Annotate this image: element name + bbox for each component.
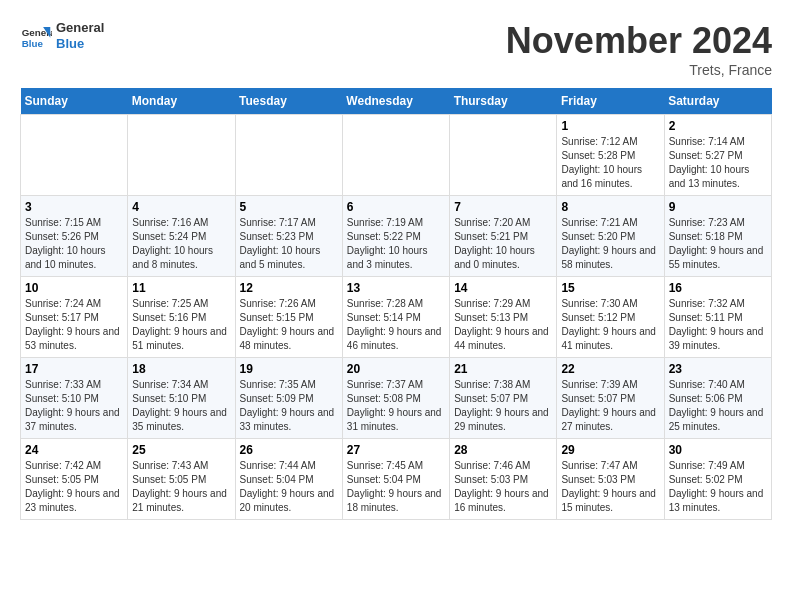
svg-text:Blue: Blue bbox=[22, 38, 44, 49]
day-info: Sunrise: 7:12 AM Sunset: 5:28 PM Dayligh… bbox=[561, 135, 659, 191]
calendar-cell: 22Sunrise: 7:39 AM Sunset: 5:07 PM Dayli… bbox=[557, 358, 664, 439]
day-info: Sunrise: 7:37 AM Sunset: 5:08 PM Dayligh… bbox=[347, 378, 445, 434]
logo-line1: General bbox=[56, 20, 104, 36]
weekday-header: Thursday bbox=[450, 88, 557, 115]
day-number: 9 bbox=[669, 200, 767, 214]
calendar-cell: 17Sunrise: 7:33 AM Sunset: 5:10 PM Dayli… bbox=[21, 358, 128, 439]
day-number: 8 bbox=[561, 200, 659, 214]
day-info: Sunrise: 7:14 AM Sunset: 5:27 PM Dayligh… bbox=[669, 135, 767, 191]
day-info: Sunrise: 7:23 AM Sunset: 5:18 PM Dayligh… bbox=[669, 216, 767, 272]
calendar-cell: 21Sunrise: 7:38 AM Sunset: 5:07 PM Dayli… bbox=[450, 358, 557, 439]
day-number: 15 bbox=[561, 281, 659, 295]
day-info: Sunrise: 7:34 AM Sunset: 5:10 PM Dayligh… bbox=[132, 378, 230, 434]
day-number: 1 bbox=[561, 119, 659, 133]
day-number: 26 bbox=[240, 443, 338, 457]
calendar-cell: 24Sunrise: 7:42 AM Sunset: 5:05 PM Dayli… bbox=[21, 439, 128, 520]
calendar-cell: 26Sunrise: 7:44 AM Sunset: 5:04 PM Dayli… bbox=[235, 439, 342, 520]
weekday-header: Tuesday bbox=[235, 88, 342, 115]
day-number: 5 bbox=[240, 200, 338, 214]
calendar-table: SundayMondayTuesdayWednesdayThursdayFrid… bbox=[20, 88, 772, 520]
calendar-cell: 20Sunrise: 7:37 AM Sunset: 5:08 PM Dayli… bbox=[342, 358, 449, 439]
logo: General Blue General Blue bbox=[20, 20, 104, 52]
calendar-cell bbox=[450, 115, 557, 196]
day-info: Sunrise: 7:39 AM Sunset: 5:07 PM Dayligh… bbox=[561, 378, 659, 434]
day-info: Sunrise: 7:28 AM Sunset: 5:14 PM Dayligh… bbox=[347, 297, 445, 353]
calendar-cell: 11Sunrise: 7:25 AM Sunset: 5:16 PM Dayli… bbox=[128, 277, 235, 358]
calendar-cell: 2Sunrise: 7:14 AM Sunset: 5:27 PM Daylig… bbox=[664, 115, 771, 196]
calendar-cell: 5Sunrise: 7:17 AM Sunset: 5:23 PM Daylig… bbox=[235, 196, 342, 277]
day-number: 22 bbox=[561, 362, 659, 376]
day-number: 20 bbox=[347, 362, 445, 376]
day-number: 2 bbox=[669, 119, 767, 133]
day-info: Sunrise: 7:15 AM Sunset: 5:26 PM Dayligh… bbox=[25, 216, 123, 272]
day-info: Sunrise: 7:38 AM Sunset: 5:07 PM Dayligh… bbox=[454, 378, 552, 434]
day-info: Sunrise: 7:44 AM Sunset: 5:04 PM Dayligh… bbox=[240, 459, 338, 515]
day-info: Sunrise: 7:26 AM Sunset: 5:15 PM Dayligh… bbox=[240, 297, 338, 353]
calendar-cell bbox=[342, 115, 449, 196]
weekday-header: Wednesday bbox=[342, 88, 449, 115]
day-number: 27 bbox=[347, 443, 445, 457]
location: Trets, France bbox=[506, 62, 772, 78]
day-info: Sunrise: 7:21 AM Sunset: 5:20 PM Dayligh… bbox=[561, 216, 659, 272]
day-info: Sunrise: 7:24 AM Sunset: 5:17 PM Dayligh… bbox=[25, 297, 123, 353]
calendar-cell: 7Sunrise: 7:20 AM Sunset: 5:21 PM Daylig… bbox=[450, 196, 557, 277]
day-info: Sunrise: 7:19 AM Sunset: 5:22 PM Dayligh… bbox=[347, 216, 445, 272]
calendar-cell bbox=[21, 115, 128, 196]
day-info: Sunrise: 7:16 AM Sunset: 5:24 PM Dayligh… bbox=[132, 216, 230, 272]
day-info: Sunrise: 7:49 AM Sunset: 5:02 PM Dayligh… bbox=[669, 459, 767, 515]
day-info: Sunrise: 7:32 AM Sunset: 5:11 PM Dayligh… bbox=[669, 297, 767, 353]
day-info: Sunrise: 7:46 AM Sunset: 5:03 PM Dayligh… bbox=[454, 459, 552, 515]
day-info: Sunrise: 7:45 AM Sunset: 5:04 PM Dayligh… bbox=[347, 459, 445, 515]
calendar-cell bbox=[128, 115, 235, 196]
calendar-cell: 9Sunrise: 7:23 AM Sunset: 5:18 PM Daylig… bbox=[664, 196, 771, 277]
day-info: Sunrise: 7:43 AM Sunset: 5:05 PM Dayligh… bbox=[132, 459, 230, 515]
calendar-cell: 14Sunrise: 7:29 AM Sunset: 5:13 PM Dayli… bbox=[450, 277, 557, 358]
day-number: 29 bbox=[561, 443, 659, 457]
calendar-cell: 13Sunrise: 7:28 AM Sunset: 5:14 PM Dayli… bbox=[342, 277, 449, 358]
logo-line2: Blue bbox=[56, 36, 104, 52]
day-number: 13 bbox=[347, 281, 445, 295]
calendar-cell: 8Sunrise: 7:21 AM Sunset: 5:20 PM Daylig… bbox=[557, 196, 664, 277]
day-info: Sunrise: 7:20 AM Sunset: 5:21 PM Dayligh… bbox=[454, 216, 552, 272]
day-number: 24 bbox=[25, 443, 123, 457]
weekday-header: Friday bbox=[557, 88, 664, 115]
calendar-cell: 18Sunrise: 7:34 AM Sunset: 5:10 PM Dayli… bbox=[128, 358, 235, 439]
day-info: Sunrise: 7:40 AM Sunset: 5:06 PM Dayligh… bbox=[669, 378, 767, 434]
weekday-header: Sunday bbox=[21, 88, 128, 115]
day-info: Sunrise: 7:30 AM Sunset: 5:12 PM Dayligh… bbox=[561, 297, 659, 353]
day-number: 19 bbox=[240, 362, 338, 376]
day-number: 6 bbox=[347, 200, 445, 214]
day-info: Sunrise: 7:47 AM Sunset: 5:03 PM Dayligh… bbox=[561, 459, 659, 515]
calendar-cell: 28Sunrise: 7:46 AM Sunset: 5:03 PM Dayli… bbox=[450, 439, 557, 520]
day-number: 10 bbox=[25, 281, 123, 295]
weekday-header: Saturday bbox=[664, 88, 771, 115]
calendar-cell: 19Sunrise: 7:35 AM Sunset: 5:09 PM Dayli… bbox=[235, 358, 342, 439]
calendar-cell: 27Sunrise: 7:45 AM Sunset: 5:04 PM Dayli… bbox=[342, 439, 449, 520]
calendar-cell: 25Sunrise: 7:43 AM Sunset: 5:05 PM Dayli… bbox=[128, 439, 235, 520]
weekday-header: Monday bbox=[128, 88, 235, 115]
page-header: General Blue General Blue November 2024 … bbox=[20, 20, 772, 78]
calendar-cell: 15Sunrise: 7:30 AM Sunset: 5:12 PM Dayli… bbox=[557, 277, 664, 358]
logo-icon: General Blue bbox=[20, 20, 52, 52]
day-info: Sunrise: 7:29 AM Sunset: 5:13 PM Dayligh… bbox=[454, 297, 552, 353]
calendar-cell: 23Sunrise: 7:40 AM Sunset: 5:06 PM Dayli… bbox=[664, 358, 771, 439]
calendar-cell: 3Sunrise: 7:15 AM Sunset: 5:26 PM Daylig… bbox=[21, 196, 128, 277]
day-info: Sunrise: 7:25 AM Sunset: 5:16 PM Dayligh… bbox=[132, 297, 230, 353]
day-number: 17 bbox=[25, 362, 123, 376]
calendar-cell: 1Sunrise: 7:12 AM Sunset: 5:28 PM Daylig… bbox=[557, 115, 664, 196]
day-number: 3 bbox=[25, 200, 123, 214]
day-number: 28 bbox=[454, 443, 552, 457]
calendar-cell: 30Sunrise: 7:49 AM Sunset: 5:02 PM Dayli… bbox=[664, 439, 771, 520]
day-number: 23 bbox=[669, 362, 767, 376]
day-number: 12 bbox=[240, 281, 338, 295]
day-info: Sunrise: 7:42 AM Sunset: 5:05 PM Dayligh… bbox=[25, 459, 123, 515]
calendar-cell: 6Sunrise: 7:19 AM Sunset: 5:22 PM Daylig… bbox=[342, 196, 449, 277]
calendar-cell: 10Sunrise: 7:24 AM Sunset: 5:17 PM Dayli… bbox=[21, 277, 128, 358]
day-number: 25 bbox=[132, 443, 230, 457]
day-number: 14 bbox=[454, 281, 552, 295]
day-number: 21 bbox=[454, 362, 552, 376]
calendar-cell: 12Sunrise: 7:26 AM Sunset: 5:15 PM Dayli… bbox=[235, 277, 342, 358]
day-number: 4 bbox=[132, 200, 230, 214]
day-info: Sunrise: 7:33 AM Sunset: 5:10 PM Dayligh… bbox=[25, 378, 123, 434]
day-info: Sunrise: 7:35 AM Sunset: 5:09 PM Dayligh… bbox=[240, 378, 338, 434]
